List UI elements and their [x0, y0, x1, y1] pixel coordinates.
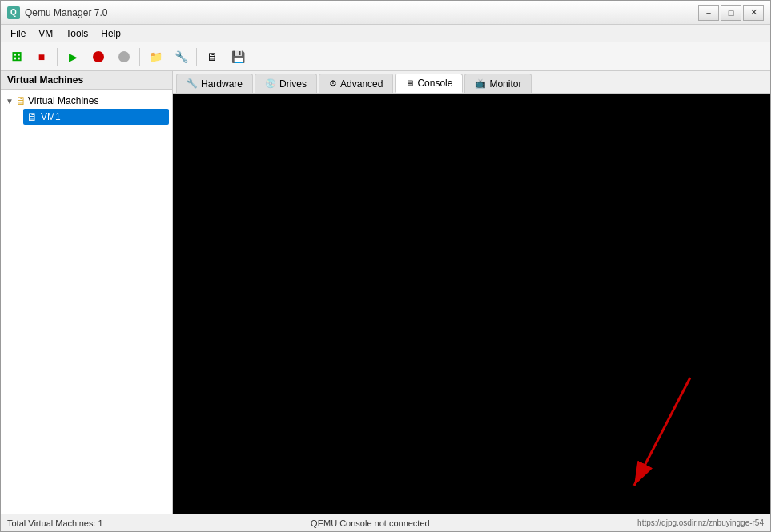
- tree-expand-icon: ▼: [6, 97, 14, 106]
- window-title: Qemu Manager 7.0: [25, 7, 107, 18]
- monitor-icon: 🖥: [207, 50, 218, 63]
- maximize-button[interactable]: □: [721, 5, 741, 21]
- tree-root[interactable]: ▼ 🖥 Virtual Machines: [4, 93, 169, 109]
- hardware-tab-label: Hardware: [201, 78, 243, 90]
- toolbar: ⊞ ■ ▶ 📁 🔧 🖥 💾: [1, 42, 770, 71]
- tab-bar: 🔧 Hardware 💿 Drives ⚙ Advanced 🖥 Console…: [173, 71, 770, 94]
- disk-icon: 💾: [231, 50, 245, 63]
- new-vm-button[interactable]: ⊞: [4, 46, 28, 68]
- toolbar-sep-2: [139, 48, 140, 66]
- menu-file[interactable]: File: [4, 26, 32, 41]
- stop-icon: [93, 51, 104, 62]
- status-console: QEMU Console not connected: [311, 518, 430, 528]
- folder-button[interactable]: 📁: [143, 46, 167, 68]
- wrench-icon: 🔧: [175, 50, 188, 63]
- title-bar: Q Qemu Manager 7.0 − □ ✕: [1, 1, 770, 25]
- delete-icon: ■: [38, 50, 45, 63]
- tab-monitor[interactable]: 📺 Monitor: [464, 74, 532, 93]
- toolbar-sep-3: [196, 48, 197, 66]
- tab-console[interactable]: 🖥 Console: [395, 74, 463, 93]
- minimize-button[interactable]: −: [698, 5, 719, 21]
- tab-drives[interactable]: 💿 Drives: [255, 74, 317, 93]
- status-bar: Total Virtual Machines: 1 QEMU Console n…: [1, 514, 770, 531]
- hardware-tab-icon: 🔧: [187, 78, 198, 89]
- tree-item-vm1[interactable]: 🖥 VM1: [23, 109, 169, 125]
- menu-vm[interactable]: VM: [32, 26, 59, 41]
- svg-line-1: [634, 378, 690, 486]
- monitor-tab-label: Monitor: [489, 78, 521, 90]
- delete-vm-button[interactable]: ■: [30, 46, 54, 68]
- pause-icon: [118, 51, 130, 62]
- folder-icon: 📁: [149, 50, 163, 63]
- folder-tree-icon: 🖥: [15, 94, 26, 107]
- main-window: Q Qemu Manager 7.0 − □ ✕ File VM Tools H…: [0, 0, 771, 532]
- console-tab-icon: 🖥: [405, 78, 414, 88]
- right-panel: 🔧 Hardware 💿 Drives ⚙ Advanced 🖥 Console…: [173, 71, 770, 514]
- title-bar-left: Q Qemu Manager 7.0: [7, 6, 107, 19]
- status-url: https://qjpg.osdir.nz/znbuyingge-r54: [637, 518, 764, 527]
- stop-vm-button[interactable]: [86, 46, 110, 68]
- annotation-arrow: [530, 354, 770, 514]
- console-area[interactable]: [173, 94, 770, 514]
- menu-help[interactable]: Help: [94, 26, 127, 41]
- drives-tab-icon: 💿: [265, 78, 276, 89]
- app-icon: Q: [7, 6, 20, 19]
- vm-item-label: VM1: [41, 111, 61, 122]
- close-button[interactable]: ✕: [743, 5, 764, 21]
- new-vm-icon: ⊞: [11, 49, 22, 64]
- sidebar-tree: ▼ 🖥 Virtual Machines 🖥 VM1: [1, 90, 172, 514]
- tab-advanced[interactable]: ⚙ Advanced: [319, 74, 393, 93]
- sidebar: Virtual Machines ▼ 🖥 Virtual Machines 🖥 …: [1, 71, 173, 514]
- sidebar-header: Virtual Machines: [1, 71, 172, 90]
- menu-tools[interactable]: Tools: [59, 26, 94, 41]
- tree-children: 🖥 VM1: [4, 109, 169, 125]
- status-vm-count: Total Virtual Machines: 1: [7, 518, 103, 528]
- toolbar-sep-1: [57, 48, 58, 66]
- main-content: Virtual Machines ▼ 🖥 Virtual Machines 🖥 …: [1, 71, 770, 514]
- title-bar-controls: − □ ✕: [698, 5, 764, 21]
- vm-item-icon: 🖥: [26, 110, 38, 123]
- monitor-tab-icon: 📺: [475, 78, 486, 89]
- wrench-button[interactable]: 🔧: [169, 46, 193, 68]
- screenshot-button[interactable]: 🖥: [200, 46, 224, 68]
- advanced-tab-icon: ⚙: [329, 78, 337, 89]
- tab-hardware[interactable]: 🔧 Hardware: [176, 74, 253, 93]
- start-vm-button[interactable]: ▶: [61, 46, 85, 68]
- start-icon: ▶: [69, 50, 78, 63]
- disk-button[interactable]: 💾: [226, 46, 250, 68]
- console-tab-label: Console: [417, 78, 452, 89]
- advanced-tab-label: Advanced: [340, 78, 383, 90]
- menu-bar: File VM Tools Help: [1, 25, 770, 42]
- tree-root-label: Virtual Machines: [28, 95, 99, 106]
- pause-vm-button[interactable]: [112, 46, 136, 68]
- drives-tab-label: Drives: [279, 78, 307, 90]
